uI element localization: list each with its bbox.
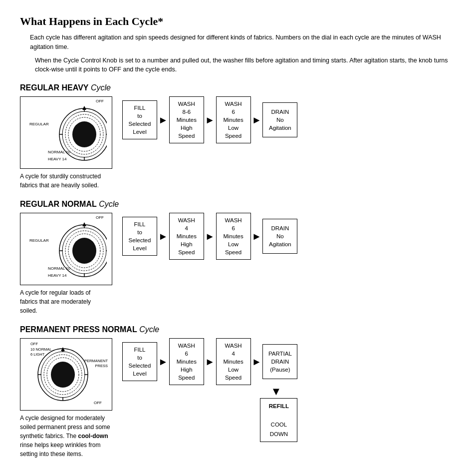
intro-paragraph-2: When the Cycle Control Knob is set to a … [20,56,456,75]
regular-heavy-flow: FILL to Selected Level ► WASH 8-6 Minute… [122,96,297,143]
flow-box-wash1-rn: WASH 4 Minutes High Speed [169,213,204,260]
flow-arrow-down-pp: ▼ [271,385,282,398]
flow-box-fill-pp: FILL to Selected Level [122,342,157,381]
flow-box-refill-cool-pp: REFILL COOL DOWN [260,398,297,442]
svg-marker-29 [61,347,65,351]
svg-point-14 [72,238,96,264]
flow-box-drain-rn: DRAIN No Agitation [262,219,297,254]
cool-down-bold: cool-down [78,433,108,440]
regular-normal-section: REGULAR NORMAL Cycle OFF REGULAR NORMAL … [20,200,456,315]
flow-arrow-1-rn: ► [158,231,168,241]
permanent-press-title: PERMANENT PRESS NORMAL Cycle [20,325,456,334]
regular-normal-desc: A cycle for regular loads of fabrics tha… [20,288,110,315]
flow-box-fill-rh: FILL to Selected Level [122,100,157,139]
flow-arrow-1-rh: ► [158,115,168,125]
flow-arrow-1-pp: ► [158,357,168,367]
regular-normal-flow: FILL to Selected Level ► WASH 4 Minutes … [122,213,297,260]
flow-arrow-3-pp: ► [252,357,262,367]
permanent-press-desc: A cycle designed for moderately soiled p… [20,414,112,459]
flow-arrow-2-pp: ► [205,357,215,367]
flow-box-partial-drain-pp: PARTIAL DRAIN (Pause) [262,344,297,379]
permanent-press-section: PERMANENT PRESS NORMAL Cycle OFF 10 NORM… [20,325,456,459]
flow-box-fill-rn: FILL to Selected Level [122,217,157,256]
flow-box-wash2-pp: WASH 4 Minutes Low Speed [216,338,251,385]
flow-box-wash2-rn: WASH 6 Minutes Low Speed [216,213,251,260]
svg-marker-9 [82,106,86,110]
regular-heavy-dial: OFF REGULAR NORMAL 10 HEAVY 14 [20,96,112,169]
flow-arrow-2-rn: ► [205,231,215,241]
regular-heavy-title: REGULAR HEAVY Cycle [20,83,456,92]
regular-heavy-dial-svg [52,102,107,162]
flow-box-wash2-rh: WASH 6 Minutes Low Speed [216,96,251,143]
permanent-press-dial: OFF 10 NORMAL 6 LIGHT PERMANENTPRESS OFF [20,338,112,411]
page-title: What Happens in Each Cycle* [20,15,456,28]
permanent-press-flow: FILL to Selected Level ► WASH 6 Minutes … [122,338,297,442]
regular-normal-dial: OFF REGULAR NORMAL 10 HEAVY 14 [20,213,112,285]
regular-normal-dial-svg [52,218,107,278]
intro-paragraph-1: Each cycle has different agitation and s… [20,33,456,52]
svg-point-24 [51,362,75,388]
flow-arrow-3-rn: ► [252,231,262,241]
svg-marker-19 [82,222,86,226]
flow-arrow-3-rh: ► [252,115,262,125]
regular-normal-title: REGULAR NORMAL Cycle [20,200,456,209]
regular-heavy-desc: A cycle for sturdily constructed fabrics… [20,172,110,190]
flow-box-wash1-pp: WASH 6 Minutes High Speed [169,338,204,385]
flow-arrow-2-rh: ► [205,115,215,125]
regular-heavy-section: REGULAR HEAVY Cycle OFF REGULAR NORMAL 1… [20,83,456,190]
permanent-press-dial-svg [35,347,90,407]
svg-point-4 [72,121,96,147]
flow-box-drain-rh: DRAIN No Agitation [262,102,297,137]
flow-box-wash1-rh: WASH 8-6 Minutes High Speed [169,96,204,143]
